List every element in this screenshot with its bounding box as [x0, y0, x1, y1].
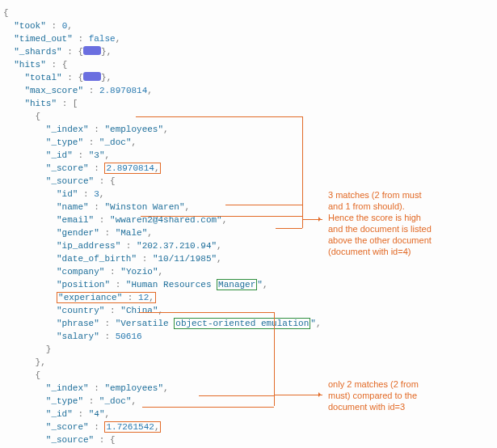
bracket-vertical-doc1 [302, 116, 303, 228]
note2-l1: only 2 matches (2 from [328, 378, 490, 390]
note1-l6: (document with id=4) [328, 246, 490, 257]
bracket-position-doc2 [199, 395, 274, 396]
bracket-exp-doc1 [141, 216, 302, 217]
json-root: { "top": { "took_key": "took", "took_val… [3, 6, 495, 448]
badge-icon[interactable] [83, 72, 101, 81]
note1-l4: and the document is listed [328, 223, 490, 235]
arrow-doc1 [302, 219, 322, 220]
bracket-top-doc2 [139, 312, 274, 313]
bracket-exp-doc2 [142, 407, 274, 408]
score-highlight-doc2: 1.7261542, [104, 421, 161, 433]
bracket-phrase-doc1 [276, 228, 302, 229]
note1-l3: Hence the score is high [328, 212, 490, 223]
bracket-position-doc1 [225, 205, 302, 205]
exp-highlight-doc1: "experiance" : 12, [57, 292, 156, 303]
bracket-top-doc1 [136, 116, 302, 117]
note2-l3: document with id=3 [328, 401, 490, 412]
badge-icon[interactable] [83, 46, 101, 55]
note1-l1: 3 matches (2 from must [328, 189, 490, 201]
match-highlight-phrase-doc1: object-oriented emulation [174, 318, 310, 329]
note2-l2: must) compared to the [328, 390, 490, 401]
note1-l2: and 1 from should). [328, 201, 490, 212]
score-highlight-doc1: 2.8970814, [104, 163, 161, 174]
annotation-note-doc1: 3 matches (2 from must and 1 from should… [328, 189, 490, 257]
annotation-note-doc2: only 2 matches (2 from must) compared to… [328, 378, 490, 412]
bracket-vertical-doc2 [274, 312, 275, 406]
note1-l5: above the other document [328, 235, 490, 246]
match-highlight-manager-doc1: Manager [217, 279, 257, 290]
arrow-doc2 [274, 395, 322, 395]
